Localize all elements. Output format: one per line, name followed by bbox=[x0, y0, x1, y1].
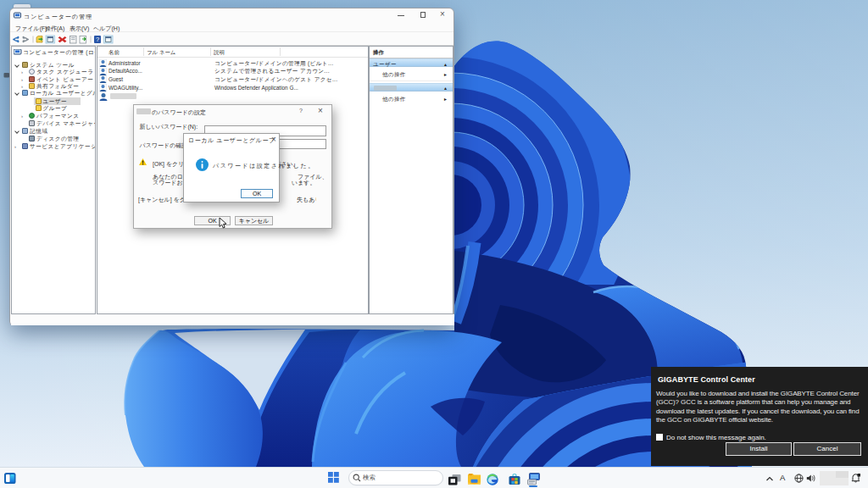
svg-text:?: ? bbox=[96, 36, 99, 43]
